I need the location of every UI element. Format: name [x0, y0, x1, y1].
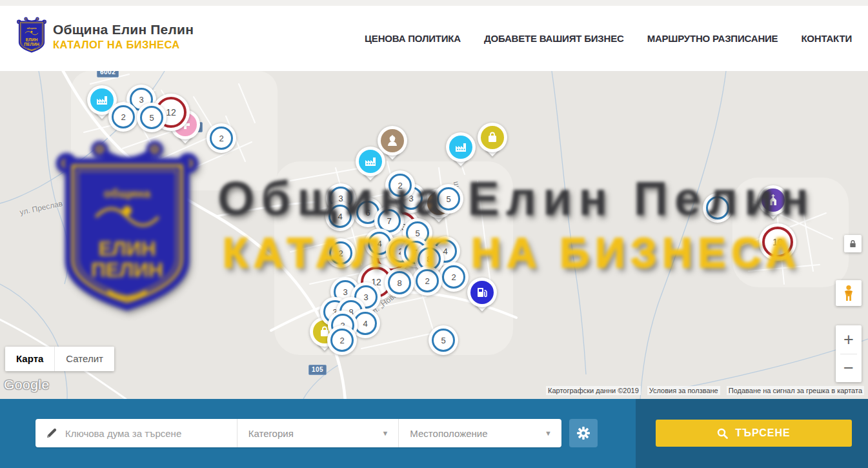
- map-zoom-control: + −: [836, 325, 862, 382]
- factory-icon: [359, 150, 382, 173]
- chevron-down-icon: ▼: [381, 429, 389, 437]
- nav-contacts[interactable]: КОНТАКТИ: [801, 33, 852, 44]
- map-canvas[interactable]: 6002105 ул. Преславбул. „Новоселщи 13367…: [0, 71, 868, 399]
- attribution-terms-link[interactable]: Условия за ползване: [647, 386, 720, 395]
- municipality-crest-icon: община ЕЛИН ПЕЛИН: [16, 17, 47, 57]
- attribution-report-link[interactable]: Подаване на сигнал за грешка в картата: [727, 386, 864, 395]
- search-panel: Категория ▼ Местоположение ▼ ТЪРСЕНЕ: [0, 399, 868, 468]
- cluster-count: 2: [329, 241, 352, 265]
- factory-icon: [449, 136, 472, 159]
- google-logo[interactable]: Google: [4, 377, 50, 392]
- cluster-count: 2: [442, 265, 465, 289]
- cluster-count: 4: [328, 205, 352, 228]
- cluster-count: 2: [112, 105, 135, 128]
- map-type-control: Карта Сателит: [5, 347, 114, 371]
- map-cluster[interactable]: 2: [207, 123, 236, 153]
- map-attribution: Картографски данни ©2019 Условия за полз…: [546, 386, 864, 395]
- cluster-count: 2: [416, 269, 439, 292]
- map-cluster[interactable]: 2: [439, 262, 469, 292]
- page-top-strip: [0, 0, 868, 6]
- chevron-down-icon: ▼: [545, 429, 552, 437]
- road-label: 105: [308, 365, 327, 375]
- category-placeholder: Категория: [237, 428, 294, 439]
- map-cluster[interactable]: [703, 193, 732, 223]
- pencil-icon: [46, 427, 57, 439]
- keyword-search-input[interactable]: [64, 427, 215, 440]
- map-cluster[interactable]: 2: [412, 266, 442, 296]
- map-pin-fuel[interactable]: [467, 278, 497, 318]
- map-type-map-button[interactable]: Карта: [5, 347, 54, 371]
- advanced-search-button[interactable]: [569, 419, 598, 447]
- location-placeholder: Местоположение: [399, 428, 487, 439]
- map-pin-factory[interactable]: [446, 132, 476, 172]
- cluster-count: 8: [388, 271, 411, 294]
- map-cluster[interactable]: 2: [385, 170, 415, 200]
- nav-add-your-business[interactable]: ДОБАВЕТЕ ВАШИЯТ БИЗНЕС: [484, 33, 624, 44]
- main-nav: ЦЕНОВА ПОЛИТИКА ДОБАВЕТЕ ВАШИЯТ БИЗНЕС М…: [365, 6, 852, 71]
- search-button-label: ТЪРСЕНЕ: [735, 427, 790, 439]
- site-subtitle: КАТАЛОГ НА БИЗНЕСА: [53, 37, 194, 52]
- location-select[interactable]: Местоположение ▼: [398, 419, 561, 447]
- lock-icon: [849, 239, 857, 248]
- map-cluster[interactable]: 2: [326, 238, 356, 268]
- street-view-pegman-button[interactable]: [836, 280, 862, 306]
- cluster-count: 2: [330, 329, 354, 352]
- map-cluster[interactable]: 2: [108, 102, 138, 132]
- map-cluster[interactable]: 5: [434, 184, 463, 214]
- road-label: 6002: [97, 71, 119, 77]
- factory-icon: [90, 88, 114, 112]
- map-pin-factory[interactable]: [356, 147, 385, 187]
- bag-icon: [481, 126, 504, 149]
- keyword-field-wrap: [35, 419, 237, 447]
- map-cluster[interactable]: 8: [385, 268, 414, 298]
- map-pin-church[interactable]: [758, 185, 788, 225]
- nav-pricing-policy[interactable]: ЦЕНОВА ПОЛИТИКА: [365, 33, 461, 44]
- svg-text:ПЕЛИН: ПЕЛИН: [24, 42, 39, 46]
- category-select[interactable]: Категория ▼: [237, 419, 399, 447]
- map-cluster[interactable]: 5: [137, 103, 167, 132]
- map-cluster[interactable]: 10: [759, 223, 796, 261]
- cluster-count: 5: [432, 329, 455, 352]
- search-bar: Категория ▼ Местоположение ▼: [35, 419, 561, 447]
- church-icon: [762, 188, 785, 212]
- map-pin-bag[interactable]: [478, 123, 507, 163]
- cluster-count: 2: [210, 127, 233, 150]
- svg-text:община: община: [26, 26, 37, 30]
- map-type-satellite-button[interactable]: Сателит: [54, 347, 114, 371]
- site-logo[interactable]: община ЕЛИН ПЕЛИН Община Елин Пелин КАТА…: [16, 17, 194, 57]
- map-cluster[interactable]: 4: [325, 201, 355, 231]
- svg-text:ЕЛИН: ЕЛИН: [26, 37, 38, 42]
- search-icon: [717, 428, 728, 439]
- zoom-out-button[interactable]: −: [836, 354, 862, 382]
- map-cluster[interactable]: 2: [327, 325, 357, 355]
- cluster-count: 10: [762, 227, 793, 258]
- cluster-count: [706, 196, 729, 219]
- cluster-count: 5: [437, 187, 460, 210]
- gear-icon: [576, 426, 590, 440]
- map-lock-button[interactable]: [844, 235, 862, 252]
- search-button[interactable]: ТЪРСЕНЕ: [656, 420, 852, 447]
- attribution-copyright: Картографски данни ©2019: [546, 386, 641, 395]
- pegman-icon: [842, 285, 856, 301]
- header: община ЕЛИН ПЕЛИН Община Елин Пелин КАТА…: [0, 6, 868, 72]
- nav-route-schedule[interactable]: МАРШРУТНО РАЗПИСАНИЕ: [647, 33, 778, 44]
- fuel-icon: [470, 281, 494, 304]
- cluster-count: 2: [389, 174, 412, 197]
- map-cluster[interactable]: 5: [429, 325, 458, 355]
- cluster-count: 5: [140, 106, 163, 129]
- zoom-in-button[interactable]: +: [836, 326, 862, 354]
- site-title: Община Елин Пелин: [53, 22, 194, 37]
